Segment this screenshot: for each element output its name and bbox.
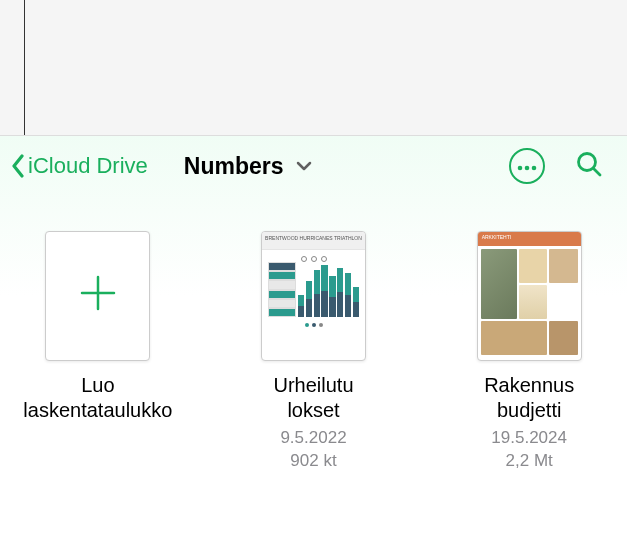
item-meta: 9.5.2022 902 kt — [280, 427, 346, 473]
svg-point-2 — [532, 166, 537, 171]
svg-point-1 — [525, 166, 530, 171]
svg-point-0 — [518, 166, 523, 171]
chevron-down-icon — [294, 156, 314, 176]
item-label: Rakennus budjetti — [484, 373, 574, 423]
thumbnail-preview: BRENTWOOD HURRICANES TRIATHLON — [262, 232, 365, 360]
svg-line-4 — [594, 169, 601, 176]
search-icon — [575, 150, 603, 182]
item-meta: 19.5.2024 2,2 Mt — [491, 427, 567, 473]
ellipsis-icon — [517, 157, 537, 175]
file-browser-window: iCloud Drive Numbers — [0, 135, 627, 534]
document-thumbnail[interactable]: ARKKITEHTI — [477, 231, 582, 361]
document-item[interactable]: BRENTWOOD HURRICANES TRIATHLON — [236, 231, 392, 473]
search-button[interactable] — [571, 148, 607, 184]
document-grid: Luo laskentataulukko BRENTWOOD HURRICANE… — [0, 196, 627, 493]
item-size: 902 kt — [290, 451, 336, 470]
folder-title: Numbers — [184, 153, 284, 180]
item-size: 2,2 Mt — [506, 451, 553, 470]
toolbar: iCloud Drive Numbers — [0, 136, 627, 196]
back-label: iCloud Drive — [28, 153, 148, 179]
create-spreadsheet-item[interactable]: Luo laskentataulukko — [20, 231, 176, 473]
document-item[interactable]: ARKKITEHTI Rakennus budjetti — [451, 231, 607, 473]
callout-pointer-line — [24, 0, 25, 135]
document-thumbnail[interactable]: BRENTWOOD HURRICANES TRIATHLON — [261, 231, 366, 361]
more-button[interactable] — [509, 148, 545, 184]
item-date: 9.5.2022 — [280, 428, 346, 447]
title-dropdown[interactable]: Numbers — [184, 153, 314, 180]
back-button[interactable]: iCloud Drive — [10, 152, 148, 180]
item-label: Urheilutu lokset — [273, 373, 353, 423]
item-label: Luo laskentataulukko — [23, 373, 172, 423]
chevron-left-icon — [10, 152, 26, 180]
item-date: 19.5.2024 — [491, 428, 567, 447]
create-thumbnail[interactable] — [45, 231, 150, 361]
thumbnail-preview: ARKKITEHTI — [478, 232, 581, 360]
plus-icon — [76, 271, 120, 322]
